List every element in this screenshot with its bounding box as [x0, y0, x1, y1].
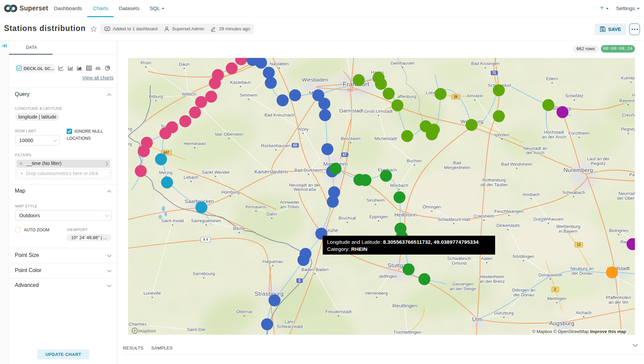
svg-text:Nastätten: Nastätten [270, 61, 289, 66]
svg-text:Pfaffenhofen: Pfaffenhofen [606, 295, 631, 300]
svg-text:Gmünd: Gmünd [452, 261, 466, 266]
svg-text:an der Aisch: an der Aisch [542, 134, 567, 139]
svg-text:Charmes: Charmes [129, 322, 147, 327]
svg-text:A 4: A 4 [203, 238, 208, 241]
svg-text:Trochtelfingen: Trochtelfingen [393, 330, 421, 335]
svg-text:Pegnitz: Pegnitz [591, 161, 606, 166]
svg-text:Kulmbach: Kulmbach [621, 75, 635, 80]
svg-text:Schwarzwald: Schwarzwald [277, 324, 303, 329]
svg-text:Ulm: Ulm [472, 316, 482, 323]
svg-text:Bayreuth: Bayreuth [619, 98, 635, 103]
svg-text:Crailsheim: Crailsheim [474, 213, 494, 219]
svg-text:Pirmasens: Pirmasens [246, 204, 267, 209]
svg-text:Bruchsal: Bruchsal [339, 216, 356, 221]
svg-text:Bitche: Bitche [233, 226, 246, 231]
svg-text:Herrenberg: Herrenberg [365, 291, 388, 296]
svg-text:Sarreguemines: Sarreguemines [191, 218, 221, 223]
svg-text:delfingen: delfingen [379, 274, 397, 279]
svg-text:Sankt Wendel: Sankt Wendel [202, 170, 229, 175]
svg-text:Aichach: Aichach [576, 310, 592, 315]
svg-text:Bad Kissingen: Bad Kissingen [471, 61, 500, 66]
svg-text:Saint-Avold: Saint-Avold [161, 218, 184, 223]
svg-text:Schwabach: Schwabach [562, 190, 585, 195]
svg-text:an der Brenz: an der Brenz [479, 279, 505, 284]
svg-text:Ha: Ha [632, 93, 635, 98]
svg-text:Ebern: Ebern [546, 76, 558, 81]
svg-text:Sarrebourg: Sarrebourg [193, 271, 215, 276]
svg-text:Merzig: Merzig [159, 170, 172, 175]
svg-text:Gelnhausen: Gelnhausen [390, 61, 414, 66]
svg-text:Eppingen: Eppingen [369, 214, 388, 219]
svg-text:26: 26 [454, 95, 458, 99]
svg-text:Kaiserslautern: Kaiserslautern [254, 169, 288, 174]
svg-text:in Bayern: in Bayern [559, 229, 578, 234]
svg-text:Saint-Dié-: Saint-Dié- [187, 327, 207, 332]
svg-text:Lauf an der: Lauf an der [587, 156, 610, 161]
svg-text:Schwäbisch Hall: Schwäbisch Hall [438, 217, 470, 222]
svg-text:13: 13 [577, 243, 581, 246]
svg-text:Rockenhausen: Rockenhausen [261, 143, 291, 148]
svg-text:Nuremberg: Nuremberg [564, 167, 593, 173]
svg-text:affenburg: affenburg [397, 94, 416, 99]
svg-text:Feuchtwangen: Feuchtwangen [494, 209, 524, 214]
svg-text:Mergentheim: Mergentheim [444, 165, 470, 170]
svg-text:Bad: Bad [453, 160, 461, 165]
svg-text:Bitburg: Bitburg [149, 94, 163, 99]
svg-text:Mosbach: Mosbach [390, 183, 408, 188]
svg-text:rg: rg [128, 126, 132, 131]
svg-text:Neumarkt in: Neumarkt in [618, 191, 635, 196]
svg-text:Haguenau: Haguenau [263, 259, 283, 264]
svg-text:Dillingen an: Dillingen an [512, 288, 536, 293]
svg-text:Weißenburg: Weißenburg [556, 224, 580, 229]
svg-text:Günzburg: Günzburg [494, 310, 514, 316]
svg-text:Wittlich: Wittlich [182, 92, 196, 97]
svg-text:Groß-Umstadt: Groß-Umstadt [364, 109, 393, 114]
svg-text:Obernai: Obernai [236, 309, 252, 314]
svg-text:Höchstadt: Höchstadt [544, 130, 564, 135]
svg-text:der Oberpfalz: der Oberpfalz [617, 196, 635, 201]
svg-text:Idar-Oberstein: Idar-Oberstein [215, 132, 243, 137]
svg-text:der Donau: der Donau [572, 271, 592, 276]
svg-text:an der Steige: an der Steige [450, 286, 476, 291]
svg-text:Donauwörth: Donauwörth [538, 272, 562, 277]
svg-text:Freudenstadt: Freudenstadt [325, 309, 352, 314]
svg-text:Lahr/: Lahr/ [285, 319, 295, 324]
svg-text:Lunéville: Lunéville [143, 291, 161, 296]
svg-text:Meitingen: Meitingen [547, 296, 566, 301]
svg-text:2: 2 [554, 288, 556, 291]
svg-text:Lebach: Lebach [184, 175, 198, 180]
svg-text:5: 5 [298, 279, 300, 283]
svg-text:Par: Par [629, 172, 635, 177]
svg-text:Schwäbisch: Schwäbisch [447, 256, 471, 261]
svg-text:Daun: Daun [179, 62, 190, 67]
svg-text:Michelstadt: Michelstadt [375, 136, 397, 141]
svg-text:Öhringen: Öhringen [423, 204, 441, 209]
svg-text:67: 67 [343, 153, 347, 157]
svg-text:Prüm: Prüm [140, 60, 151, 65]
svg-text:Alzey: Alzey [298, 127, 309, 132]
svg-text:Reutlingen: Reutlingen [392, 303, 417, 308]
svg-text:Kastellaun: Kastellaun [230, 80, 251, 85]
svg-text:Strasbourg: Strasbourg [255, 291, 284, 297]
svg-text:Beilngries: Beilngries [609, 228, 629, 233]
svg-text:607: 607 [164, 151, 169, 155]
svg-text:der Donau: der Donau [513, 292, 534, 297]
svg-text:Aalen: Aalen [481, 256, 492, 261]
svg-text:Scheßlitz: Scheßlitz [565, 93, 583, 98]
svg-text:Nördlingen: Nördlingen [513, 254, 534, 259]
svg-text:Dahn: Dahn [266, 211, 277, 217]
svg-text:am Trifels: am Trifels [280, 204, 299, 209]
svg-text:Arnstein: Arnstein [467, 93, 483, 98]
svg-text:Heidenheim: Heidenheim [480, 274, 504, 279]
svg-text:Gunzenhausen: Gunzenhausen [533, 217, 563, 222]
svg-text:71: 71 [492, 71, 496, 75]
svg-text:Bensheim: Bensheim [341, 136, 361, 141]
svg-text:rg: rg [128, 141, 132, 146]
svg-text:Simmern: Simmern [240, 93, 258, 98]
svg-text:Baden-Baden: Baden-Baden [301, 267, 329, 272]
svg-text:Bad Kreuznach: Bad Kreuznach [264, 112, 295, 118]
svg-text:Pegnitz: Pegnitz [621, 127, 635, 132]
svg-text:Hermeskeil: Hermeskeil [184, 141, 206, 146]
svg-text:Rie: Rie [620, 239, 627, 244]
svg-text:mapbox: mapbox [138, 328, 156, 333]
